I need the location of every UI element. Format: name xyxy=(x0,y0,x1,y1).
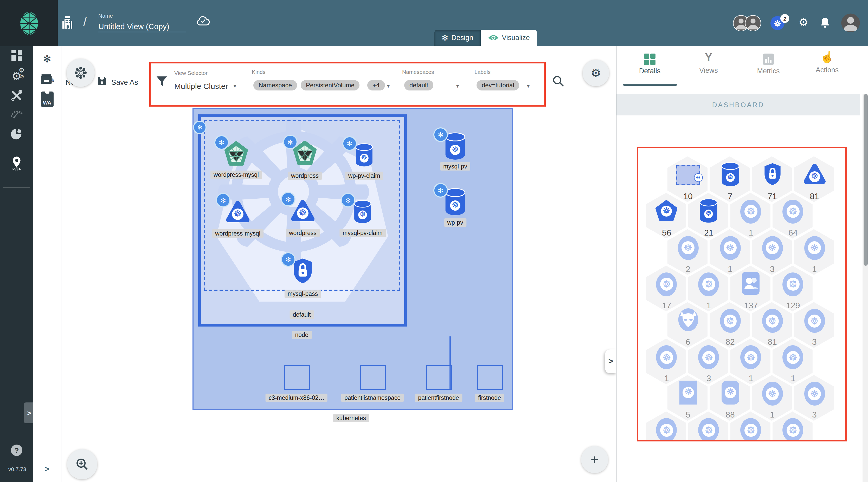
node-name-label[interactable]: mysql-pass xyxy=(285,290,321,298)
k8s-circle-icon: ​☸ xyxy=(699,418,719,442)
sidebar-item-extensions[interactable] xyxy=(0,128,33,140)
k8s-circle-icon: ​☸ xyxy=(804,236,825,260)
labels-caret-icon[interactable]: ▾ xyxy=(527,83,530,89)
meshery-operator-icon[interactable]: ✻ xyxy=(33,53,61,65)
kinds-label: Kinds xyxy=(252,69,266,75)
sidebar-item-environment[interactable] xyxy=(0,156,33,170)
k8s-circle-icon: ​☸ xyxy=(678,236,699,260)
tab-details[interactable]: Details xyxy=(626,50,673,75)
hex-count: 1 xyxy=(749,374,753,383)
host-node[interactable] xyxy=(426,365,452,390)
hex-icon: ​☸ xyxy=(804,309,825,333)
cloud-saved-icon xyxy=(197,15,210,28)
svg-text:☸: ☸ xyxy=(452,144,459,154)
node-name-label[interactable]: wordpress-mysql xyxy=(211,170,262,179)
node-name-label[interactable]: wordpress xyxy=(286,229,320,237)
kinds-caret-icon[interactable]: ▾ xyxy=(387,83,390,89)
panel-scrollbar-thumb[interactable] xyxy=(863,94,867,266)
design-mode-button[interactable]: ✻ Design xyxy=(434,30,480,46)
daemonset-devil-icon xyxy=(677,308,699,332)
visualize-mode-button[interactable]: Visualize xyxy=(480,30,537,46)
tab-metrics[interactable]: Metrics xyxy=(745,50,792,75)
host-node[interactable] xyxy=(284,365,310,390)
cluster-label[interactable]: kubernetes xyxy=(333,414,369,422)
k8s-circle-icon: ​☸ xyxy=(741,345,762,369)
notifications-bell-icon[interactable] xyxy=(820,17,830,30)
pvc-node[interactable]: ☸ xyxy=(355,143,374,169)
kind-chip[interactable]: PersistentVolume xyxy=(301,80,360,91)
namespace-label[interactable]: default xyxy=(289,311,314,319)
hex-count: 1 xyxy=(791,374,796,383)
namespaces-label: Namespaces xyxy=(402,69,434,75)
collaborator-avatar[interactable] xyxy=(745,15,761,31)
pvc-node[interactable]: ☸ xyxy=(353,200,372,226)
search-icon[interactable] xyxy=(553,75,564,90)
node-name-label[interactable]: wordpress-mysql xyxy=(212,229,264,237)
sidebar-item-configuration[interactable] xyxy=(0,90,33,101)
sidebar-item-lifecycle[interactable]: ⚙⚙⚙ xyxy=(0,70,33,83)
sidebar-item-performance[interactable] xyxy=(0,109,33,119)
zoom-button[interactable] xyxy=(67,449,97,479)
view-name-input[interactable] xyxy=(98,21,186,32)
namespaces-caret-icon[interactable]: ▾ xyxy=(456,83,459,89)
node-name-label[interactable]: wp-pv-claim xyxy=(345,171,383,180)
svg-text:☸: ☸ xyxy=(299,207,307,218)
tab-views[interactable]: Y Views xyxy=(685,50,732,74)
sidebar-item-dashboard[interactable] xyxy=(0,50,33,61)
hex-icon: ​☸ xyxy=(762,309,783,333)
designs-drawer-button[interactable]: ✎ xyxy=(33,73,61,85)
host-node[interactable] xyxy=(360,365,386,390)
kind-chip-more[interactable]: +4 xyxy=(367,80,385,91)
organization-icon[interactable] xyxy=(62,16,72,31)
user-avatar[interactable] xyxy=(841,13,860,32)
hex-icon: ​☸ xyxy=(720,309,741,333)
k8s-rect-icon: ☸ xyxy=(679,381,697,405)
extensions-pie-icon xyxy=(11,128,22,140)
node-label[interactable]: node xyxy=(292,331,311,339)
host-node-label[interactable]: patientfirstnode xyxy=(415,394,462,402)
location-pin-icon xyxy=(11,156,22,170)
k8s-circle-icon: ​☸ xyxy=(762,309,783,333)
host-node-label[interactable]: c3-medium-x86-02… xyxy=(266,394,328,402)
sidebar-expand-handle[interactable]: > xyxy=(24,403,34,423)
view-selector-caret-icon[interactable]: ▾ xyxy=(234,83,236,89)
settings-gear-icon[interactable]: ⚙ xyxy=(799,16,808,29)
tools-icon xyxy=(11,90,22,101)
add-button[interactable]: + xyxy=(581,446,608,473)
meshery-logo[interactable] xyxy=(0,0,58,46)
wasm-filter-button[interactable]: WA xyxy=(33,92,61,107)
node-name-label[interactable]: mysql-pv xyxy=(440,162,470,170)
save-as-button[interactable] xyxy=(97,76,107,88)
speedometer-icon xyxy=(10,109,23,119)
save-as-label[interactable]: Save As xyxy=(111,78,138,86)
mode-toggle: ✻ Design Visualize xyxy=(434,30,537,46)
node-name-label[interactable]: wordpress xyxy=(288,171,322,180)
node-name-label[interactable]: wp-pv xyxy=(444,218,466,227)
panel-collapse-chevron[interactable]: > xyxy=(605,349,617,373)
filter-funnel-icon[interactable] xyxy=(156,76,167,89)
view-selector-value[interactable]: Multiple Cluster xyxy=(174,82,228,91)
kind-chip[interactable]: Namespace xyxy=(253,80,297,91)
strip-expand-chevron[interactable]: > xyxy=(33,464,61,473)
host-node[interactable] xyxy=(477,365,503,390)
help-button[interactable]: ? xyxy=(11,445,22,456)
meshery-spiral-badge: ✻ xyxy=(214,135,229,150)
tab-actions[interactable]: ☝ Actions xyxy=(804,50,850,74)
cluster-spiral-badge: ✻ xyxy=(193,121,207,134)
secret-shield-icon xyxy=(762,162,783,186)
label-chip[interactable]: dev=tutorial xyxy=(476,80,520,91)
node-name-label[interactable]: mysql-pv-claim xyxy=(339,229,385,237)
kubernetes-flower-button[interactable] xyxy=(67,59,95,87)
host-node-label[interactable]: firstnode xyxy=(475,394,504,402)
k8s-roundsq-icon: ☸ xyxy=(721,381,739,405)
hex-count: 3 xyxy=(812,410,817,420)
hex-count: 1 xyxy=(728,265,733,274)
hex-icon: ​☸ xyxy=(804,236,825,260)
views-icon: Y xyxy=(685,51,732,67)
meshery-app: / Name ✻ Design Visualize ☸ 2 ⚙ xyxy=(0,0,868,482)
namespace-chip[interactable]: default xyxy=(404,80,433,91)
panel-scrollbar[interactable] xyxy=(863,94,868,482)
host-node-label[interactable]: patientlistnamespace xyxy=(341,394,404,402)
canvas-settings-gear-button[interactable]: ⚙ xyxy=(583,60,609,86)
namespaces-underline xyxy=(402,95,467,95)
